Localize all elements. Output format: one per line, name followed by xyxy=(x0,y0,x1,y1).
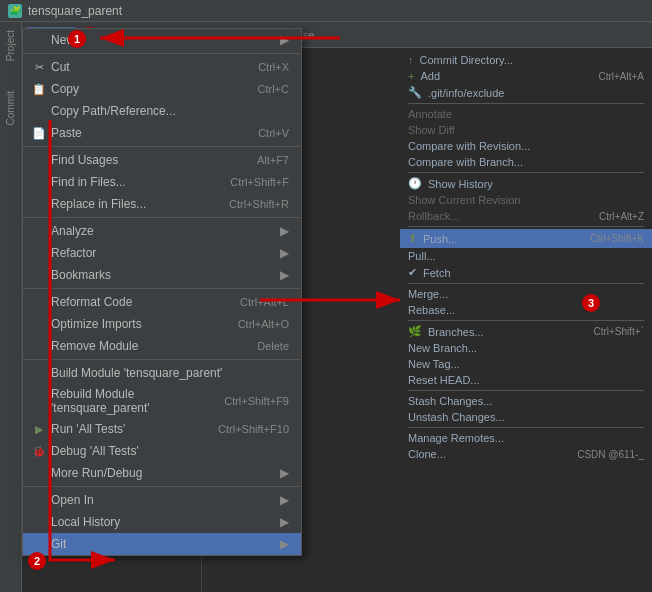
menu-copy[interactable]: 📋 Copy Ctrl+C xyxy=(23,78,301,100)
menu-more-run[interactable]: More Run/Debug ▶ xyxy=(23,462,301,484)
git-push[interactable]: ⬆ Push... Ctrl+Shift+K xyxy=(400,229,652,248)
menu-find-usages-shortcut: Alt+F7 xyxy=(237,154,289,166)
menu-copy-shortcut: Ctrl+C xyxy=(238,83,289,95)
git-pull[interactable]: Pull... xyxy=(408,248,644,264)
menu-more-run-label: More Run/Debug xyxy=(51,466,142,480)
menu-paste[interactable]: 📄 Paste Ctrl+V xyxy=(23,122,301,144)
app-icon: 🧩 xyxy=(8,4,22,18)
git-rollback-label: Rollback... xyxy=(408,210,459,222)
menu-remove-module-shortcut: Delete xyxy=(237,340,289,352)
menu-replace-in-files-shortcut: Ctrl+Shift+R xyxy=(209,198,289,210)
menu-replace-in-files-label: Replace in Files... xyxy=(51,197,146,211)
git-clone[interactable]: Clone... CSDN @611-_ xyxy=(408,446,644,462)
menu-cut[interactable]: ✂ Cut Ctrl+X xyxy=(23,56,301,78)
git-sep-4 xyxy=(408,283,644,284)
git-manage-remotes[interactable]: Manage Remotes... xyxy=(408,430,644,446)
menu-reformat[interactable]: Reformat Code Ctrl+Alt+L xyxy=(23,291,301,313)
git-fetch-label: Fetch xyxy=(423,267,451,279)
sidebar-project-label[interactable]: Project xyxy=(5,30,16,61)
menu-copy-path-label: Copy Path/Reference... xyxy=(51,104,176,118)
menu-build-module[interactable]: Build Module 'tensquare_parent' xyxy=(23,362,301,384)
badge-1: 1 xyxy=(68,30,86,48)
git-commit-directory[interactable]: ↑ Commit Directory... xyxy=(408,52,644,68)
menu-rebuild-module[interactable]: Rebuild Module 'tensquare_parent' Ctrl+S… xyxy=(23,384,301,418)
git-push-shortcut: Ctrl+Shift+K xyxy=(590,233,644,244)
git-compare-branch[interactable]: Compare with Branch... xyxy=(408,154,644,170)
git-commit-dir-label: Commit Directory... xyxy=(420,54,513,66)
git-sep-7 xyxy=(408,427,644,428)
menu-find-usages-label: Find Usages xyxy=(51,153,118,167)
menu-open-in[interactable]: Open In ▶ xyxy=(23,489,301,511)
menu-paste-label: Paste xyxy=(51,126,82,140)
menu-replace-in-files[interactable]: Replace in Files... Ctrl+Shift+R xyxy=(23,193,301,215)
git-panel: ↑ Commit Directory... + Add Ctrl+Alt+A 🔧… xyxy=(400,48,652,592)
git-exclude-label: .git/info/exclude xyxy=(428,87,504,99)
menu-git-label: Git xyxy=(51,537,66,551)
git-show-diff: Show Diff xyxy=(408,122,644,138)
main-sep-5 xyxy=(23,359,301,360)
git-show-history-label: Show History xyxy=(428,178,493,190)
main-sep-3 xyxy=(23,217,301,218)
git-fetch[interactable]: ✔ Fetch xyxy=(408,264,644,281)
menu-copy-path[interactable]: Copy Path/Reference... xyxy=(23,100,301,122)
context-menu: New ▶ ✂ Cut Ctrl+X 📋 Copy Ctrl+C Copy Pa… xyxy=(22,28,302,556)
menu-git[interactable]: Git ▶ xyxy=(23,533,301,555)
menu-open-in-label: Open In xyxy=(51,493,94,507)
menu-debug-label: Debug 'All Tests' xyxy=(51,444,139,458)
menu-open-in-arrow: ▶ xyxy=(280,493,289,507)
cut-icon: ✂ xyxy=(31,61,47,74)
menu-find-in-files-shortcut: Ctrl+Shift+F xyxy=(210,176,289,188)
git-rebase[interactable]: Rebase... xyxy=(408,302,644,318)
git-new-branch[interactable]: New Branch... xyxy=(408,340,644,356)
git-sep-3 xyxy=(408,226,644,227)
debug-icon: 🐞 xyxy=(31,445,47,458)
menu-run[interactable]: ▶ Run 'All Tests' Ctrl+Shift+F10 xyxy=(23,418,301,440)
git-branches[interactable]: 🌿 Branches... Ctrl+Shift+` xyxy=(408,323,644,340)
menu-cut-shortcut: Ctrl+X xyxy=(238,61,289,73)
menu-debug[interactable]: 🐞 Debug 'All Tests' xyxy=(23,440,301,462)
menu-find-in-files[interactable]: Find in Files... Ctrl+Shift+F xyxy=(23,171,301,193)
git-sep-6 xyxy=(408,390,644,391)
git-add-shortcut: Ctrl+Alt+A xyxy=(598,71,644,82)
git-stash[interactable]: Stash Changes... xyxy=(408,393,644,409)
main-sep-1 xyxy=(23,53,301,54)
git-sep-2 xyxy=(408,172,644,173)
git-push-label: Push... xyxy=(423,233,457,245)
menu-local-history[interactable]: Local History ▶ xyxy=(23,511,301,533)
main-sep-2 xyxy=(23,146,301,147)
menu-analyze-label: Analyze xyxy=(51,224,94,238)
git-rebase-label: Rebase... xyxy=(408,304,455,316)
git-show-history[interactable]: 🕐 Show History xyxy=(408,175,644,192)
menu-run-label: Run 'All Tests' xyxy=(51,422,125,436)
git-branches-label: Branches... xyxy=(428,326,484,338)
git-reset-head[interactable]: Reset HEAD... xyxy=(408,372,644,388)
menu-optimize[interactable]: Optimize Imports Ctrl+Alt+O xyxy=(23,313,301,335)
git-compare-rev[interactable]: Compare with Revision... xyxy=(408,138,644,154)
menu-remove-module[interactable]: Remove Module Delete xyxy=(23,335,301,357)
git-new-tag[interactable]: New Tag... xyxy=(408,356,644,372)
menu-reformat-label: Reformat Code xyxy=(51,295,132,309)
git-merge[interactable]: Merge... xyxy=(408,286,644,302)
menu-find-usages[interactable]: Find Usages Alt+F7 xyxy=(23,149,301,171)
sidebar-commit-label[interactable]: Commit xyxy=(5,91,16,125)
menu-paste-shortcut: Ctrl+V xyxy=(238,127,289,139)
menu-git-arrow: ▶ xyxy=(280,537,289,551)
git-rollback-shortcut: Ctrl+Alt+Z xyxy=(599,211,644,222)
git-exclude[interactable]: 🔧 .git/info/exclude xyxy=(408,84,644,101)
menu-local-history-arrow: ▶ xyxy=(280,515,289,529)
git-unstash[interactable]: Unstash Changes... xyxy=(408,409,644,425)
run-icon: ▶ xyxy=(31,423,47,436)
menu-bookmarks-arrow: ▶ xyxy=(280,268,289,282)
menu-bookmarks[interactable]: Bookmarks ▶ xyxy=(23,264,301,286)
git-unstash-label: Unstash Changes... xyxy=(408,411,505,423)
menu-cut-label: Cut xyxy=(51,60,70,74)
left-sidebar: Project Commit xyxy=(0,22,22,592)
git-annotate: Annotate xyxy=(408,106,644,122)
git-show-current-rev: Show Current Revision xyxy=(408,192,644,208)
main-sep-6 xyxy=(23,486,301,487)
menu-local-history-label: Local History xyxy=(51,515,120,529)
menu-refactor[interactable]: Refactor ▶ xyxy=(23,242,301,264)
menu-new[interactable]: New ▶ xyxy=(23,29,301,51)
menu-analyze[interactable]: Analyze ▶ xyxy=(23,220,301,242)
git-add[interactable]: + Add Ctrl+Alt+A xyxy=(408,68,644,84)
